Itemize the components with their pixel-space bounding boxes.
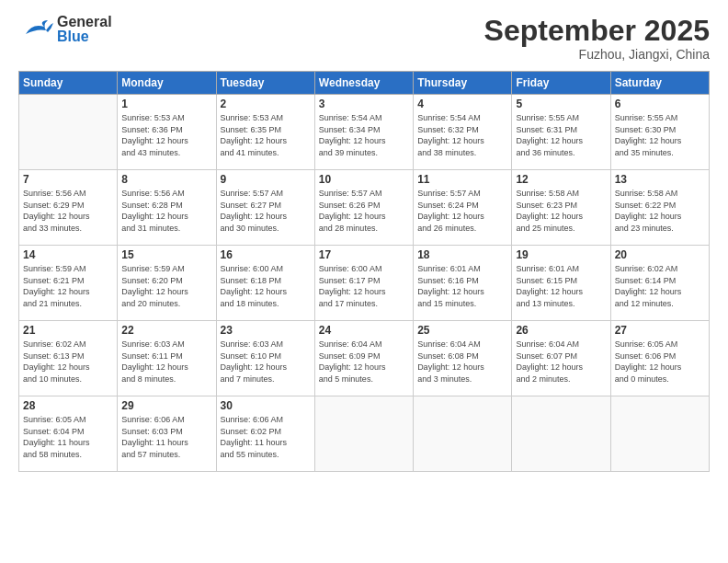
calendar-cell [314, 396, 413, 472]
day-number: 25 [417, 324, 507, 337]
logo-general-text: General [57, 15, 112, 29]
day-number: 24 [319, 324, 409, 337]
day-info: Sunrise: 5:56 AM Sunset: 6:29 PM Dayligh… [23, 188, 113, 234]
calendar-cell: 14Sunrise: 5:59 AM Sunset: 6:21 PM Dayli… [19, 246, 118, 321]
calendar-cell: 5Sunrise: 5:55 AM Sunset: 6:31 PM Daylig… [512, 95, 610, 170]
day-info: Sunrise: 6:00 AM Sunset: 6:18 PM Dayligh… [221, 263, 311, 309]
calendar-cell: 12Sunrise: 5:58 AM Sunset: 6:23 PM Dayli… [512, 170, 610, 246]
day-info: Sunrise: 5:59 AM Sunset: 6:21 PM Dayligh… [23, 263, 113, 309]
day-number: 19 [516, 248, 606, 261]
header-tuesday: Tuesday [216, 72, 314, 95]
day-info: Sunrise: 5:59 AM Sunset: 6:20 PM Dayligh… [121, 263, 211, 309]
calendar-week-row: 7Sunrise: 5:56 AM Sunset: 6:29 PM Daylig… [19, 170, 710, 246]
calendar-cell: 29Sunrise: 6:06 AM Sunset: 6:03 PM Dayli… [118, 396, 216, 472]
calendar-cell: 2Sunrise: 5:53 AM Sunset: 6:35 PM Daylig… [216, 95, 314, 170]
calendar-cell: 7Sunrise: 5:56 AM Sunset: 6:29 PM Daylig… [19, 170, 118, 246]
header: General Blue September 2025 Fuzhou, Jian… [18, 15, 710, 62]
day-number: 17 [319, 248, 409, 261]
day-info: Sunrise: 5:53 AM Sunset: 6:35 PM Dayligh… [221, 112, 311, 158]
logo-text: General Blue [57, 15, 112, 44]
day-info: Sunrise: 6:01 AM Sunset: 6:15 PM Dayligh… [516, 263, 606, 309]
calendar-week-row: 1Sunrise: 5:53 AM Sunset: 6:36 PM Daylig… [19, 95, 710, 170]
header-monday: Monday [118, 72, 216, 95]
day-number: 26 [516, 324, 606, 337]
day-number: 13 [615, 173, 705, 186]
day-info: Sunrise: 6:04 AM Sunset: 6:08 PM Dayligh… [417, 339, 507, 385]
day-number: 3 [319, 98, 409, 110]
calendar-cell: 27Sunrise: 6:05 AM Sunset: 6:06 PM Dayli… [610, 321, 709, 396]
day-info: Sunrise: 6:01 AM Sunset: 6:16 PM Dayligh… [417, 263, 507, 309]
day-number: 16 [221, 248, 311, 261]
day-number: 5 [516, 98, 606, 110]
header-wednesday: Wednesday [314, 72, 413, 95]
day-info: Sunrise: 5:58 AM Sunset: 6:22 PM Dayligh… [615, 188, 705, 234]
month-title: September 2025 [484, 15, 710, 47]
day-info: Sunrise: 6:02 AM Sunset: 6:13 PM Dayligh… [23, 339, 113, 385]
calendar-table: Sunday Monday Tuesday Wednesday Thursday… [18, 71, 710, 472]
day-info: Sunrise: 5:57 AM Sunset: 6:26 PM Dayligh… [319, 188, 409, 234]
day-number: 15 [121, 248, 211, 261]
location: Fuzhou, Jiangxi, China [484, 47, 710, 62]
calendar-week-row: 21Sunrise: 6:02 AM Sunset: 6:13 PM Dayli… [19, 321, 710, 396]
day-number: 30 [221, 399, 311, 412]
header-thursday: Thursday [414, 72, 512, 95]
day-number: 22 [121, 324, 211, 337]
calendar-cell: 20Sunrise: 6:02 AM Sunset: 6:14 PM Dayli… [610, 246, 709, 321]
calendar-week-row: 28Sunrise: 6:05 AM Sunset: 6:04 PM Dayli… [19, 396, 710, 472]
calendar-cell: 17Sunrise: 6:00 AM Sunset: 6:17 PM Dayli… [314, 246, 413, 321]
logo-icon [18, 16, 55, 43]
calendar-cell: 11Sunrise: 5:57 AM Sunset: 6:24 PM Dayli… [414, 170, 512, 246]
calendar-cell: 26Sunrise: 6:04 AM Sunset: 6:07 PM Dayli… [512, 321, 610, 396]
calendar-cell [414, 396, 512, 472]
day-info: Sunrise: 5:58 AM Sunset: 6:23 PM Dayligh… [516, 188, 606, 234]
day-info: Sunrise: 6:05 AM Sunset: 6:06 PM Dayligh… [615, 339, 705, 385]
day-number: 10 [319, 173, 409, 186]
day-info: Sunrise: 6:00 AM Sunset: 6:17 PM Dayligh… [319, 263, 409, 309]
day-info: Sunrise: 6:02 AM Sunset: 6:14 PM Dayligh… [615, 263, 705, 309]
calendar-cell: 13Sunrise: 5:58 AM Sunset: 6:22 PM Dayli… [610, 170, 709, 246]
day-info: Sunrise: 6:06 AM Sunset: 6:03 PM Dayligh… [121, 414, 211, 460]
day-number: 23 [221, 324, 311, 337]
calendar-cell [19, 95, 118, 170]
day-info: Sunrise: 5:54 AM Sunset: 6:34 PM Dayligh… [319, 112, 409, 158]
day-number: 21 [23, 324, 113, 337]
day-number: 8 [121, 173, 211, 186]
calendar-cell: 19Sunrise: 6:01 AM Sunset: 6:15 PM Dayli… [512, 246, 610, 321]
calendar-cell [610, 396, 709, 472]
calendar-cell: 10Sunrise: 5:57 AM Sunset: 6:26 PM Dayli… [314, 170, 413, 246]
day-number: 28 [23, 399, 113, 412]
day-info: Sunrise: 6:04 AM Sunset: 6:09 PM Dayligh… [319, 339, 409, 385]
title-section: September 2025 Fuzhou, Jiangxi, China [484, 15, 710, 62]
calendar-cell: 23Sunrise: 6:03 AM Sunset: 6:10 PM Dayli… [216, 321, 314, 396]
calendar-cell: 8Sunrise: 5:56 AM Sunset: 6:28 PM Daylig… [118, 170, 216, 246]
day-number: 14 [23, 248, 113, 261]
day-number: 18 [417, 248, 507, 261]
header-saturday: Saturday [610, 72, 709, 95]
calendar-cell: 9Sunrise: 5:57 AM Sunset: 6:27 PM Daylig… [216, 170, 314, 246]
calendar-cell: 18Sunrise: 6:01 AM Sunset: 6:16 PM Dayli… [414, 246, 512, 321]
calendar-cell: 15Sunrise: 5:59 AM Sunset: 6:20 PM Dayli… [118, 246, 216, 321]
calendar-cell: 3Sunrise: 5:54 AM Sunset: 6:34 PM Daylig… [314, 95, 413, 170]
calendar-cell: 30Sunrise: 6:06 AM Sunset: 6:02 PM Dayli… [216, 396, 314, 472]
day-number: 20 [615, 248, 705, 261]
calendar-week-row: 14Sunrise: 5:59 AM Sunset: 6:21 PM Dayli… [19, 246, 710, 321]
day-number: 2 [221, 98, 311, 110]
day-info: Sunrise: 5:54 AM Sunset: 6:32 PM Dayligh… [417, 112, 507, 158]
logo: General Blue [18, 15, 112, 44]
day-info: Sunrise: 5:55 AM Sunset: 6:30 PM Dayligh… [615, 112, 705, 158]
day-info: Sunrise: 5:56 AM Sunset: 6:28 PM Dayligh… [121, 188, 211, 234]
day-info: Sunrise: 6:06 AM Sunset: 6:02 PM Dayligh… [221, 414, 311, 460]
calendar-cell [512, 396, 610, 472]
calendar-cell: 6Sunrise: 5:55 AM Sunset: 6:30 PM Daylig… [610, 95, 709, 170]
calendar-cell: 28Sunrise: 6:05 AM Sunset: 6:04 PM Dayli… [19, 396, 118, 472]
logo-blue-text: Blue [57, 29, 112, 44]
header-sunday: Sunday [19, 72, 118, 95]
calendar-cell: 22Sunrise: 6:03 AM Sunset: 6:11 PM Dayli… [118, 321, 216, 396]
day-number: 12 [516, 173, 606, 186]
day-info: Sunrise: 5:57 AM Sunset: 6:24 PM Dayligh… [417, 188, 507, 234]
calendar-page: General Blue September 2025 Fuzhou, Jian… [0, 0, 728, 563]
weekday-header-row: Sunday Monday Tuesday Wednesday Thursday… [19, 72, 710, 95]
day-number: 29 [121, 399, 211, 412]
day-number: 11 [417, 173, 507, 186]
day-number: 4 [417, 98, 507, 110]
